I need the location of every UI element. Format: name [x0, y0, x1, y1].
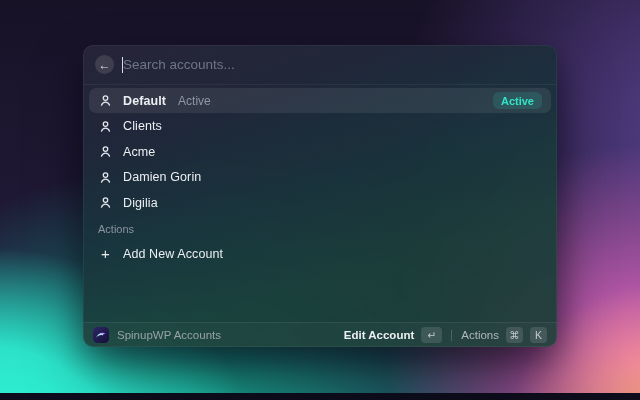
- list-item-clients[interactable]: Clients: [89, 114, 551, 139]
- actions-section-header: Actions: [89, 216, 551, 241]
- list-item-default[interactable]: Default Active Active: [89, 88, 551, 113]
- account-label: Damien Gorin: [123, 170, 201, 184]
- account-subtitle: Active: [178, 94, 211, 108]
- actions-menu-label: Actions: [461, 329, 499, 341]
- k-key-icon: K: [530, 327, 547, 343]
- command-palette-window: ← Default Active Active Cli: [83, 45, 557, 347]
- spinupwp-logo-icon: [93, 327, 109, 343]
- person-icon: [98, 119, 113, 134]
- active-status-badge: Active: [493, 92, 542, 109]
- account-label: Default: [123, 94, 166, 108]
- footer-divider: [451, 330, 452, 341]
- command-key-icon: ⌘: [506, 327, 523, 343]
- back-button[interactable]: ←: [95, 55, 114, 74]
- app-name: SpinupWP Accounts: [117, 329, 221, 341]
- account-label: Digilia: [123, 196, 158, 210]
- plus-icon: +: [98, 246, 113, 261]
- list-item-damien-gorin[interactable]: Damien Gorin: [89, 165, 551, 190]
- person-icon: [98, 144, 113, 159]
- list-item-acme[interactable]: Acme: [89, 139, 551, 164]
- person-icon: [98, 93, 113, 108]
- person-icon: [98, 170, 113, 185]
- search-bar: ←: [83, 45, 557, 85]
- actions-menu-button[interactable]: Actions ⌘ K: [461, 327, 547, 343]
- account-label: Acme: [123, 145, 155, 159]
- accounts-list: Default Active Active Clients Acme: [83, 85, 557, 322]
- edit-account-label: Edit Account: [344, 329, 415, 341]
- search-input[interactable]: [123, 57, 545, 72]
- list-item-digilia[interactable]: Digilia: [89, 190, 551, 215]
- status-footer: SpinupWP Accounts Edit Account ↵ Actions…: [83, 322, 557, 347]
- back-arrow-icon: ←: [99, 59, 111, 71]
- return-key-icon: ↵: [421, 327, 442, 343]
- account-label: Clients: [123, 119, 162, 133]
- text-caret: [122, 57, 123, 73]
- person-icon: [98, 195, 113, 210]
- edit-account-action[interactable]: Edit Account ↵: [344, 327, 443, 343]
- list-item-add-new-account[interactable]: + Add New Account: [89, 241, 551, 266]
- action-label: Add New Account: [123, 247, 223, 261]
- desktop-bottom-strip: [0, 393, 640, 400]
